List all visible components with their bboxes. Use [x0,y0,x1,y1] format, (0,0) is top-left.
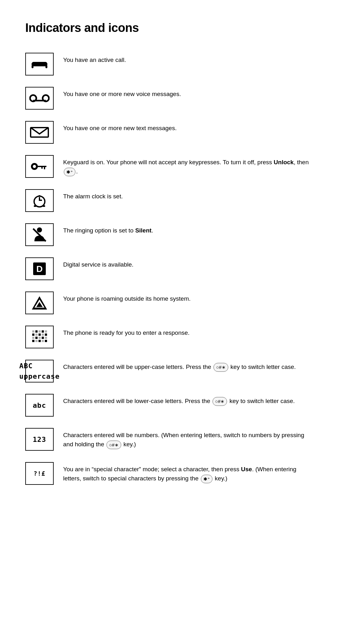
svg-point-11 [33,165,36,168]
envelope-icon [30,126,49,139]
list-item: abc Characters entered will be lower-cas… [25,394,316,417]
svg-rect-4 [32,65,33,68]
svg-rect-41 [42,337,44,339]
svg-rect-40 [39,337,41,339]
list-item: You have one or more new voice messages. [25,87,316,110]
list-item: D Digital service is available. [25,257,316,280]
numbers-description: Characters entered will be numbers. (Whe… [63,428,316,449]
roaming-description: Your phone is roaming outside its home s… [63,292,316,303]
svg-rect-38 [32,337,34,339]
uppercase-description: Characters entered will be upper-case le… [63,360,316,372]
list-item: The ringing option is set to Silent. [25,223,316,246]
list-item: You have an active call. [25,53,316,75]
svg-rect-13 [44,167,45,169]
svg-rect-43 [32,340,34,342]
nums-icon: 123 [33,434,46,445]
voicemail-icon-box [25,87,54,110]
response-icon [32,330,47,344]
svg-rect-37 [45,334,47,336]
silent-icon-box [25,223,54,246]
lowercase-description: Characters entered will be lower-case le… [63,394,316,406]
svg-rect-30 [39,330,41,333]
voice-messages-description: You have one or more new voice messages. [63,87,316,99]
roaming-icon-box [25,292,54,314]
svg-rect-47 [45,340,47,342]
abc-upper-label: ABC uppercase [19,361,60,382]
svg-point-21 [37,227,42,232]
list-item: Your phone is roaming outside its home s… [25,292,316,314]
text-messages-description: You have one or more new text messages. [63,121,316,133]
svg-rect-8 [33,100,46,101]
response-icon-box [25,326,54,348]
svg-rect-46 [42,340,44,342]
list-item: The alarm clock is set. [25,189,316,212]
svg-rect-35 [39,334,41,336]
digital-service-description: Digital service is available. [63,257,316,269]
page-title: Indicators and icons [25,19,316,37]
svg-rect-14 [41,167,43,169]
svg-rect-42 [45,337,47,339]
svg-rect-45 [39,340,41,342]
svg-rect-28 [32,330,34,333]
voicemail-icon [29,93,50,103]
indicator-list: You have an active call. You have one or… [25,53,316,496]
special-chars-icon: ?!£ [33,469,45,478]
abc-lower-label: abc [33,400,46,411]
svg-rect-44 [35,340,38,342]
keyguard-description: Keyguard is on. Your phone will not acce… [63,155,316,176]
keyguard-icon-box [25,155,54,178]
response-description: The phone is ready for you to enter a re… [63,326,316,337]
silent-icon [31,227,48,243]
svg-text:D: D [36,264,43,274]
list-item: Keyguard is on. Your phone will not acce… [25,155,316,178]
lowercase-icon-box: abc [25,394,54,417]
nums-label: 123 [33,434,46,445]
active-call-description: You have an active call. [63,53,316,64]
roaming-icon [31,295,48,311]
call-icon [30,57,49,71]
abc-upper-icon: ABC uppercase [19,361,60,382]
svg-rect-33 [32,334,34,336]
svg-rect-34 [35,334,38,336]
svg-rect-19 [34,205,36,207]
svg-rect-3 [33,64,46,64]
silent-description: The ringing option is set to Silent. [63,223,316,235]
list-item: ?!£ You are in “special character” mode;… [25,462,316,485]
alarm-clock-icon [32,193,47,208]
abc-lower-icon: abc [33,400,46,411]
special-label: ?!£ [33,469,45,478]
active-call-icon-box [25,53,54,75]
list-item: You have one or more new text messages. [25,121,316,144]
svg-rect-32 [45,330,47,333]
svg-rect-12 [37,166,46,167]
list-item: 123 Characters entered will be numbers. … [25,428,316,451]
svg-rect-18 [39,195,40,196]
svg-rect-20 [43,205,45,207]
numbers-icon-box: 123 [25,428,54,451]
key-icon [30,160,49,173]
digital-service-icon: D [33,262,46,276]
alarm-clock-description: The alarm clock is set. [63,189,316,201]
special-icon-box: ?!£ [25,462,54,485]
uppercase-icon-box: ABC uppercase [25,360,54,382]
list-item: ABC uppercase Characters entered will be… [25,360,316,382]
alarm-icon-box [25,189,54,212]
svg-rect-31 [42,330,44,333]
special-chars-description: You are in “special character” mode; sel… [63,462,316,483]
svg-rect-36 [42,334,44,336]
svg-rect-5 [45,65,47,68]
list-item: The phone is ready for you to enter a re… [25,326,316,348]
svg-rect-29 [35,330,38,333]
text-msg-icon-box [25,121,54,144]
svg-rect-17 [39,200,42,201]
svg-rect-39 [35,337,38,339]
digital-icon-box: D [25,257,54,280]
